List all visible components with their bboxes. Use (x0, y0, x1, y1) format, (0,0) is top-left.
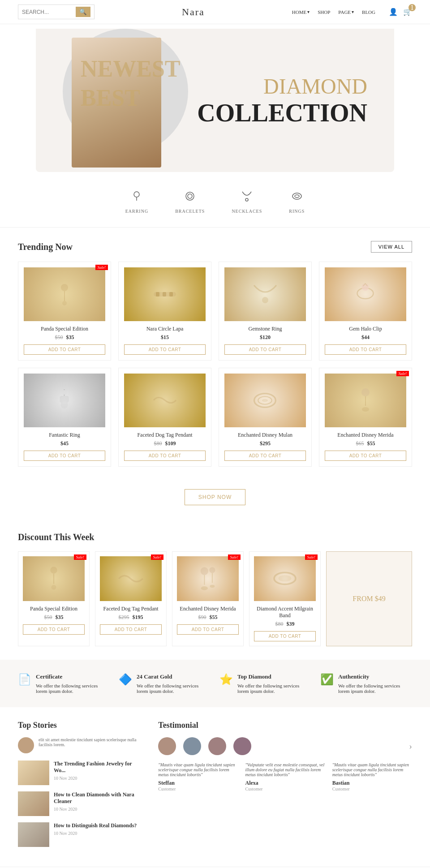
testimonial-text: "Vulputate velit esse molestie consequat… (245, 762, 325, 777)
shop-now-button[interactable]: SHOP NOW (185, 489, 245, 505)
nav-blog[interactable]: BLOG (362, 9, 375, 15)
discount-title: Discount This Week (18, 532, 94, 542)
svg-point-33 (209, 567, 215, 573)
story-title: How to Clean Diamonds with Nara Cleaner (54, 791, 145, 805)
svg-point-29 (52, 585, 56, 590)
add-to-cart-button[interactable]: ADD TO CART (325, 451, 406, 461)
story-item[interactable]: The Trending Fashion Jewelry for Wo... 1… (18, 761, 145, 785)
categories-section: EARRING BRACELETS NECKLACES (0, 176, 430, 228)
feature-diamond: ⭐ Top Diamond We offer the following ser… (219, 673, 311, 694)
add-to-cart-button[interactable]: ADD TO CART (24, 451, 105, 461)
search-form: 🔍 (18, 4, 95, 19)
add-to-cart-button[interactable]: ADD TO CART (254, 631, 316, 641)
svg-point-3 (188, 194, 192, 198)
testimonial-role: Customer (245, 786, 325, 791)
testimonial-text: "Mautis vitae quam ligula tincidunt sapi… (158, 762, 238, 777)
testimonial-card: "Mautis vitae quam ligula tincidunt sapi… (332, 762, 412, 791)
hero-collection-text: COLLECTION (197, 99, 367, 127)
feature-title: Top Diamond (237, 673, 311, 680)
hero-text-best: BEST (81, 85, 140, 111)
story-item[interactable]: How to Clean Diamonds with Nara Cleaner … (18, 791, 145, 816)
header-search-area: 🔍 (18, 4, 95, 19)
product-price: $295 $195 (100, 614, 162, 621)
svg-point-18 (62, 390, 67, 395)
feature-content: Authenticity We offer the following serv… (338, 673, 412, 694)
discount-grid: Sale! Panda Special Edition $50 $35 ADD … (18, 551, 412, 646)
testimonial-card: "Vulputate velit esse molestie consequat… (245, 762, 325, 791)
user-icon[interactable]: 👤 (389, 8, 398, 16)
header: 🔍 Nara HOME ▾ SHOP PAGE ▾ BLOG 👤 🛒 1 (0, 0, 430, 24)
add-to-cart-button[interactable]: ADD TO CART (100, 624, 162, 635)
product-price: $80 $39 (254, 621, 316, 627)
svg-point-27 (50, 567, 57, 573)
search-input[interactable] (22, 9, 76, 15)
feature-authenticity: ✅ Authenticity We offer the following se… (320, 673, 412, 694)
story-meta: 10 Nov 2020 (54, 831, 77, 836)
shop-now-section: SHOP NOW (0, 480, 430, 519)
hero-diamond-text: DIAMOND (197, 74, 367, 99)
add-to-cart-button[interactable]: ADD TO CART (23, 624, 85, 635)
category-bracelets-label: BRACELETS (175, 209, 205, 214)
add-to-cart-button[interactable]: ADD TO CART (177, 624, 239, 635)
discount-card: Sale! Diamond Accent Milgrain Band $80 $… (249, 551, 321, 646)
story-title: The Trending Fashion Jewelry for Wo... (54, 761, 145, 774)
category-rings[interactable]: RINGS (289, 190, 305, 214)
testimonial-card: "Mautis vitae quam ligula tincidunt sapi… (158, 762, 238, 791)
authenticity-icon: ✅ (320, 673, 334, 686)
story-meta: 10 Nov 2020 (54, 807, 77, 812)
add-to-cart-button[interactable]: ADD TO CART (124, 344, 206, 355)
nav-page[interactable]: PAGE ▾ (338, 9, 354, 15)
testimonial-avatar (183, 737, 201, 755)
product-name: Enchanted Disney Merida (325, 432, 406, 438)
product-name: Enchanted Disney Mulan (224, 432, 306, 438)
feature-desc: We offer the following services lorem ip… (338, 683, 412, 694)
add-to-cart-button[interactable]: ADD TO CART (224, 451, 306, 461)
add-to-cart-button[interactable]: ADD TO CART (24, 344, 105, 355)
nav-shop[interactable]: SHOP (318, 9, 330, 15)
product-price: $50 $35 (23, 614, 85, 621)
svg-point-6 (295, 195, 299, 198)
product-image (325, 374, 406, 427)
product-name: Fantastic Ring (24, 432, 105, 438)
testimonial-next-button[interactable]: › (409, 741, 412, 752)
product-price: $65 $55 (325, 440, 406, 447)
earring-icon (130, 190, 143, 205)
add-to-cart-button[interactable]: ADD TO CART (124, 451, 206, 461)
header-right: HOME ▾ SHOP PAGE ▾ BLOG 👤 🛒 1 (292, 8, 412, 16)
svg-point-24 (361, 388, 370, 396)
product-name: Faceted Dog Tag Pendant (124, 432, 206, 438)
view-all-button[interactable]: VIEW ALL (371, 241, 412, 253)
svg-point-16 (362, 284, 369, 291)
add-to-cart-button[interactable]: ADD TO CART (325, 344, 406, 355)
product-price: $120 (224, 334, 306, 341)
sale-badge: Sale! (74, 554, 87, 560)
product-name: Diamond Accent Milgrain Band (254, 606, 316, 619)
svg-rect-11 (156, 292, 159, 296)
svg-point-0 (134, 192, 139, 197)
nav-home[interactable]: HOME ▾ (292, 9, 310, 15)
discount-card: Sale! Panda Special Edition $50 $35 ADD … (18, 551, 90, 646)
main-nav: HOME ▾ SHOP PAGE ▾ BLOG (292, 9, 375, 15)
category-bracelets[interactable]: BRACELETS (175, 190, 205, 214)
category-necklaces-label: NECKLACES (232, 209, 262, 214)
features-section: 📄 Certificate We offer the following ser… (0, 660, 430, 707)
testimonial-text: "Mautis vitae quam ligula tincidunt sapi… (332, 762, 412, 777)
add-to-cart-button[interactable]: ADD TO CART (224, 344, 306, 355)
bottom-section: Top Stories elit sit amet molestie tinci… (0, 707, 430, 867)
discount-section: Discount This Week Sale! Panda Special E… (0, 519, 430, 660)
svg-point-35 (210, 585, 215, 588)
stories-left-text: elit sit amet molestie tincidunt sapien … (39, 737, 145, 749)
story-item[interactable]: How to Distinguish Real Diamonds? 10 Nov… (18, 822, 145, 847)
category-necklaces[interactable]: NECKLACES (232, 190, 262, 214)
hero-section: NEWEST BEST DIAMOND COLLECTION (0, 24, 430, 176)
product-name: Panda Special Edition (24, 326, 105, 332)
sale-badge: Sale! (396, 371, 409, 376)
from-price-card: FROM $49 (326, 551, 412, 646)
product-card: Enchanted Disney Mulan $295 ADD TO CART (219, 368, 312, 467)
stories-avatar (18, 737, 34, 753)
cart-icon-wrapper[interactable]: 🛒 1 (403, 8, 412, 16)
product-image (23, 556, 85, 601)
category-earring[interactable]: EARRING (125, 190, 148, 214)
svg-point-14 (262, 297, 268, 303)
search-button[interactable]: 🔍 (76, 7, 90, 17)
